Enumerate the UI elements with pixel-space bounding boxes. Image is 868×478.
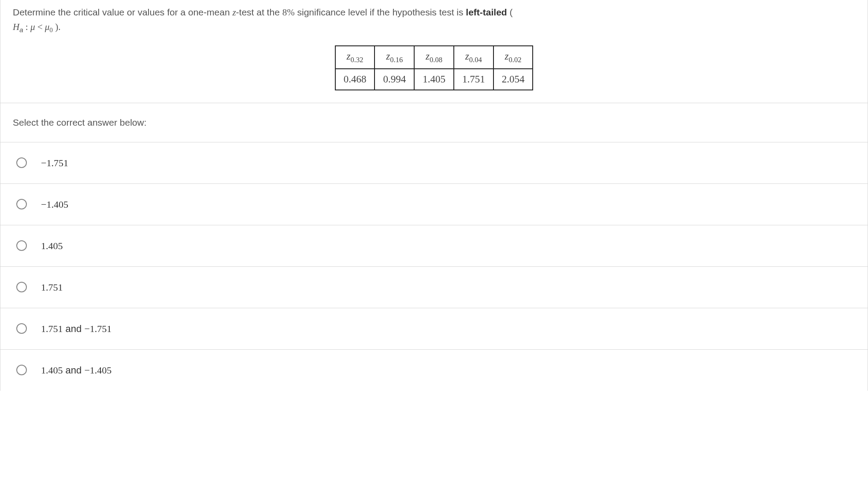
q-pct: 8%	[282, 7, 295, 18]
option-4[interactable]: 1.751	[0, 267, 868, 308]
radio-icon[interactable]	[16, 199, 27, 209]
z-table-wrap: z0.32 z0.16 z0.08 z0.04 z0.02 0.468 0.99…	[13, 45, 855, 90]
option-6[interactable]: 1.405 and −1.405	[0, 350, 868, 391]
question-container: Determine the critical value or values f…	[0, 0, 868, 391]
z-header-cell: z0.08	[414, 46, 454, 68]
mu: μ	[30, 22, 35, 32]
q-mid1: -test at the	[236, 7, 282, 17]
lt: <	[35, 22, 45, 32]
tail-label: left-tailed	[466, 7, 507, 17]
colon: :	[23, 22, 30, 32]
option-label: −1.751	[41, 156, 68, 170]
z-table: z0.32 z0.16 z0.08 z0.04 z0.02 0.468 0.99…	[335, 45, 534, 90]
radio-icon[interactable]	[16, 323, 27, 334]
option-2[interactable]: −1.405	[0, 184, 868, 225]
question-stem: Determine the critical value or values f…	[0, 0, 868, 103]
mu0-mu: μ	[45, 22, 50, 32]
z-value-cell: 1.751	[454, 69, 493, 90]
question-text: Determine the critical value or values f…	[13, 5, 855, 35]
hyp-sub: a	[19, 26, 23, 34]
z-table-header-row: z0.32 z0.16 z0.08 z0.04 z0.02	[335, 46, 533, 68]
option-label: −1.405	[41, 197, 68, 212]
z-value-cell: 2.054	[493, 69, 533, 90]
prompt-text: Select the correct answer below:	[13, 117, 146, 127]
open-paren: (	[507, 7, 513, 17]
hyp-H: H	[13, 22, 19, 32]
close: ).	[53, 22, 61, 32]
z-value-cell: 1.405	[414, 69, 454, 90]
z-value-cell: 0.994	[375, 69, 414, 90]
q-prefix: Determine the critical value or values f…	[13, 7, 232, 17]
answer-prompt: Select the correct answer below:	[0, 103, 868, 142]
option-label: 1.405 and −1.405	[41, 363, 111, 377]
option-label: 1.751	[41, 280, 63, 295]
radio-icon[interactable]	[16, 365, 27, 375]
z-header-cell: z0.02	[493, 46, 533, 68]
z-header-cell: z0.04	[454, 46, 493, 68]
option-1[interactable]: −1.751	[0, 142, 868, 184]
option-5[interactable]: 1.751 and −1.751	[0, 308, 868, 350]
radio-icon[interactable]	[16, 240, 27, 251]
z-header-cell: z0.16	[375, 46, 414, 68]
radio-icon[interactable]	[16, 282, 27, 292]
z-header-cell: z0.32	[335, 46, 375, 68]
option-label: 1.751 and −1.751	[41, 321, 111, 336]
mu0-sub: 0	[49, 26, 53, 34]
option-3[interactable]: 1.405	[0, 225, 868, 267]
z-symbol: z	[232, 7, 236, 18]
q-mid2: significance level if the hypothesis tes…	[295, 7, 466, 17]
option-label: 1.405	[41, 239, 63, 253]
z-value-cell: 0.468	[335, 69, 375, 90]
z-table-value-row: 0.468 0.994 1.405 1.751 2.054	[335, 69, 533, 90]
radio-icon[interactable]	[16, 157, 27, 168]
